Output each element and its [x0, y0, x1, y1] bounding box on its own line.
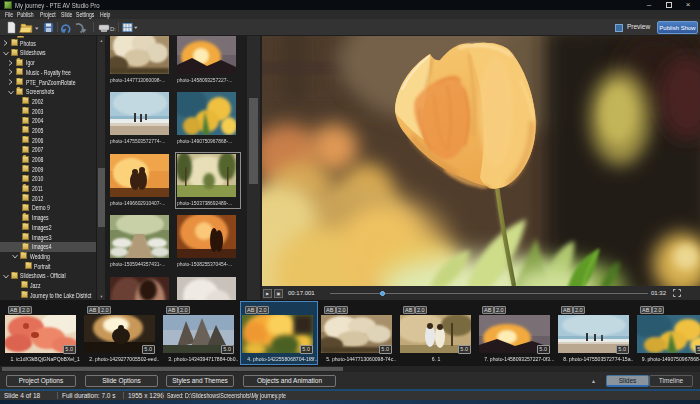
- svg-text:D:: D:: [110, 26, 116, 32]
